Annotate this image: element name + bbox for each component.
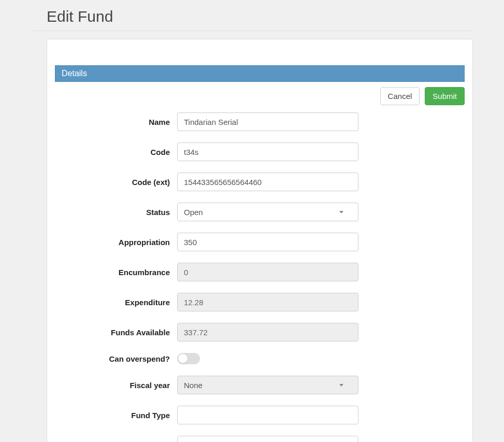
row-fund-type: Fund Type (55, 406, 465, 424)
row-can-overspend: Can overspend? (55, 353, 465, 364)
fund-type-input[interactable] (177, 406, 358, 424)
page-header: Edit Fund (31, 0, 473, 31)
caret-down-icon (339, 384, 343, 387)
panel-title: Details (62, 69, 87, 78)
expenditure-input (177, 293, 358, 311)
parent-fund-select[interactable]: tser - Tind Library Serials × (177, 436, 358, 442)
label-funds-available: Funds Available (55, 328, 177, 337)
funds-available-input (177, 323, 358, 341)
status-select[interactable]: Open (177, 203, 358, 221)
row-funds-available: Funds Available (55, 323, 465, 341)
row-code: Code (55, 142, 465, 161)
label-fund-type: Fund Type (55, 411, 177, 420)
code-input[interactable] (177, 142, 358, 161)
appropriation-input[interactable] (177, 233, 358, 251)
can-overspend-toggle[interactable] (177, 353, 200, 364)
row-status: Status Open (55, 203, 465, 221)
fiscal-year-select[interactable]: None (177, 376, 358, 394)
label-can-overspend: Can overspend? (55, 354, 177, 363)
label-name: Name (55, 118, 177, 126)
form-card: Details Cancel Submit Name Code Code (ex… (47, 39, 473, 442)
row-parent-fund: Parent Fund tser - Tind Library Serials … (55, 436, 465, 442)
status-value: Open (184, 208, 203, 217)
label-expenditure: Expenditure (55, 298, 177, 307)
page-title: Edit Fund (47, 8, 457, 25)
row-name: Name (55, 112, 465, 131)
encumbrance-input (177, 263, 358, 281)
caret-down-icon (339, 211, 343, 213)
row-code-ext: Code (ext) (55, 173, 465, 191)
row-fiscal-year: Fiscal year None (55, 376, 465, 394)
label-appropriation: Appropriation (55, 238, 177, 247)
name-input[interactable] (177, 112, 358, 131)
label-encumbrance: Encumbrance (55, 268, 177, 277)
code-ext-input[interactable] (177, 173, 358, 191)
row-appropriation: Appropriation (55, 233, 465, 251)
fiscal-year-value: None (184, 381, 203, 390)
form-area: Name Code Code (ext) Status Open A (55, 110, 465, 442)
label-code-ext: Code (ext) (55, 178, 177, 187)
toggle-knob (178, 354, 188, 363)
label-status: Status (55, 208, 177, 217)
row-expenditure: Expenditure (55, 293, 465, 311)
submit-button[interactable]: Submit (425, 87, 465, 105)
cancel-button[interactable]: Cancel (380, 87, 420, 105)
panel-header: Details (55, 65, 465, 82)
label-code: Code (55, 148, 177, 156)
row-encumbrance: Encumbrance (55, 263, 465, 281)
label-fiscal-year: Fiscal year (55, 381, 177, 390)
button-row: Cancel Submit (55, 82, 465, 110)
